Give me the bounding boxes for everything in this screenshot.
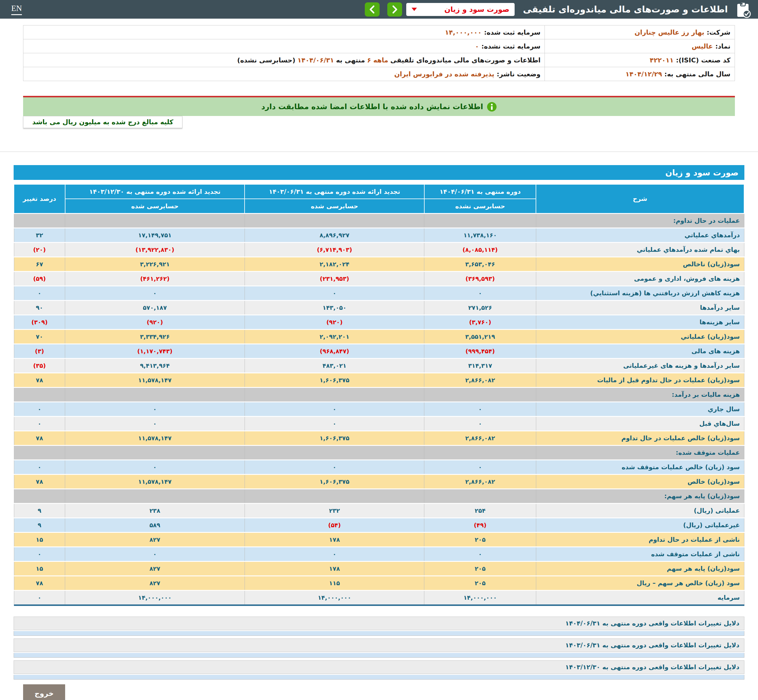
col-subheader-period2-audit: حسابرسی شده [244, 199, 424, 214]
section-label: عملیات متوقف شده: [536, 445, 744, 460]
statement-select[interactable]: صورت سود و زیان [406, 3, 515, 16]
change-percent-cell: ۰ [14, 417, 65, 431]
row-label: غیرعملیاتی (ریال) [536, 518, 744, 533]
value-cell: ۱۷۸ [244, 533, 424, 547]
row-label: درآمدهاي عملياتي [536, 228, 744, 242]
table-row: سال جاري۰۰۰۰ [14, 402, 744, 417]
change-percent-cell: ۷۸ [14, 475, 65, 489]
section-empty-cell [424, 388, 536, 402]
accordion-header[interactable]: دلایل تغییرات اطلاعات واقعی دوره منتهی ب… [14, 660, 744, 674]
value-cell: ۱۴,۰۰۰,۰۰۰ [424, 591, 536, 605]
row-label: سود(زیان) خالص [536, 475, 744, 489]
value-cell: ۰ [244, 402, 424, 417]
value-cell: ۲۰۵ [424, 576, 536, 591]
change-percent-cell: ۶۷ [14, 257, 65, 272]
value-cell: ۰ [244, 547, 424, 561]
row-label: سال جاري [536, 402, 744, 417]
section-empty-cell [65, 489, 245, 503]
value-cell: ۵۸۹ [65, 518, 245, 533]
table-row: عملیاتی (ریال)۲۵۴۲۳۲۲۳۸۹ [14, 503, 744, 518]
value-cell: ۲,۰۹۲,۲۰۱ [244, 330, 424, 344]
value-cell: ۲۳۲ [244, 503, 424, 518]
next-statement-button[interactable] [387, 2, 402, 17]
value-cell: ۰ [424, 417, 536, 431]
value-cell: ۲۰۵ [424, 561, 536, 576]
row-label: عملیاتی (ریال) [536, 503, 744, 518]
value-cell: ۱۱۵ [244, 576, 424, 591]
change-percent-cell: (۳۰۹) [14, 315, 65, 330]
value-cell: ۰ [244, 286, 424, 301]
divider [0, 151, 758, 152]
row-label: ناشی از عملیات در حال تداوم [536, 533, 744, 547]
section-empty-cell [424, 214, 536, 228]
section-empty-cell [244, 388, 424, 402]
company-cell-left: سرمایه ثبت نشده:۰ [23, 39, 545, 53]
section-empty-cell [244, 489, 424, 503]
company-cell-right: کد صنعت (ISIC):۴۲۲۰۱۱ [545, 53, 735, 67]
change-percent-cell: (۳) [14, 344, 65, 359]
table-row: ناشی از عملیات متوقف شده۰۰۰۰ [14, 547, 744, 561]
value-cell: ۲,۱۸۲,۰۲۴ [244, 257, 424, 272]
value-cell: ۰ [65, 286, 245, 301]
value-cell: ۲۷۱,۵۲۶ [424, 301, 536, 315]
section-empty-cell [14, 445, 65, 460]
row-label: سود (زیان) خالص هر سهم – ریال [536, 576, 744, 591]
accordion-group: دلایل تغییرات اطلاعات واقعی دوره منتهی ب… [14, 639, 744, 658]
row-label: سود(زیان) خالص عملیات در حال تداوم [536, 431, 744, 445]
value-cell: ۳۱۴,۳۱۷ [424, 359, 536, 373]
change-percent-cell: ۰ [14, 591, 65, 605]
accordion-group: دلایل تغییرات اطلاعات واقعی دوره منتهی ب… [14, 660, 744, 680]
change-percent-cell: ۷۸ [14, 576, 65, 591]
value-cell: ۲۵۴ [424, 503, 536, 518]
value-cell: ۲,۸۶۶,۰۸۲ [424, 475, 536, 489]
value-cell: ۱۴,۰۰۰,۰۰۰ [244, 591, 424, 605]
change-percent-cell: ۰ [14, 460, 65, 475]
row-label: سود(زيان) ناخالص [536, 257, 744, 272]
value-cell: ۰ [244, 417, 424, 431]
col-header-description: شرح [536, 184, 744, 214]
table-row: غیرعملیاتی (ریال)(۴۹)(۵۴)۵۸۹۹ [14, 518, 744, 533]
table-row: سود(زیان) خالص۲,۸۶۶,۰۸۲۱,۶۰۶,۳۷۵۱۱,۵۷۸,۱… [14, 475, 744, 489]
language-switch-link[interactable]: EN [11, 4, 22, 15]
col-subheader-period3-audit: حسابرسی شده [65, 199, 245, 214]
company-cell-left: اطلاعات و صورت‌های مالی میاندوره‌ای تلفی… [23, 53, 545, 67]
row-label: سود(زیان) عملیات در حال تداوم قبل از مال… [536, 373, 744, 388]
statement-table: شرح دوره منتهی به ۱۴۰۴/۰۶/۳۱ تجدید ارائه… [14, 184, 744, 606]
value-cell: ۸۲۷ [65, 533, 245, 547]
section-empty-cell [65, 214, 245, 228]
section-row: سود(زیان) پایه هر سهم: [14, 489, 744, 503]
value-cell: (۱۳,۹۲۲,۸۳۰) [65, 242, 245, 257]
top-bar: اطلاعات و صورت‌های مالی میاندوره‌ای تلفی… [0, 0, 758, 19]
value-cell: ۸۲۷ [65, 561, 245, 576]
value-cell: ۳,۵۵۱,۲۱۹ [424, 330, 536, 344]
change-percent-cell: (۳۵) [14, 359, 65, 373]
accordion-body [14, 675, 744, 680]
change-percent-cell: ۱۵ [14, 561, 65, 576]
company-row: نماد:عالیسسرمایه ثبت نشده:۰ [23, 39, 735, 53]
value-cell: ۳,۶۵۳,۰۴۶ [424, 257, 536, 272]
value-cell: (۶,۷۱۴,۹۰۳) [244, 242, 424, 257]
accordion-header[interactable]: دلایل تغییرات اطلاعات واقعی دوره منتهی ب… [14, 639, 744, 652]
value-cell: ۱۱,۵۷۸,۱۴۷ [65, 373, 245, 388]
signed-data-notice-text: اطلاعات نمایش داده شده با اطلاعات امضا ش… [261, 102, 483, 111]
table-row: سود(زیان) خالص عملیات در حال تداوم۲,۸۶۶,… [14, 431, 744, 445]
exit-button[interactable]: خروج [23, 684, 65, 700]
table-row: سود (زیان) خالص هر سهم – ریال۲۰۵۱۱۵۸۲۷۷۸ [14, 576, 744, 591]
change-percent-cell: (۲۰) [14, 242, 65, 257]
table-row: سود(زیان) عملیات در حال تداوم قبل از مال… [14, 373, 744, 388]
table-row: هزینه های فروش، اداری و عمومی(۳۶۹,۵۹۳)(۲… [14, 272, 744, 286]
change-percent-cell: ۰ [14, 402, 65, 417]
row-label: سایر درآمدها و هزینه های غیرعملیاتی [536, 359, 744, 373]
company-info-table: شرکت:بهار رز عالیس چنارانسرمایه ثبت شده:… [23, 25, 735, 81]
row-label: سایر هزینه‌ها [536, 315, 744, 330]
table-row: سود(زيان) ناخالص۳,۶۵۳,۰۴۶۲,۱۸۲,۰۲۴۳,۲۲۶,… [14, 257, 744, 272]
company-row: شرکت:بهار رز عالیس چنارانسرمایه ثبت شده:… [23, 25, 735, 39]
prev-statement-button[interactable] [365, 2, 380, 17]
value-cell: ۴۸۳,۰۲۱ [244, 359, 424, 373]
accordion-header[interactable]: دلایل تغییرات اطلاعات واقعی دوره منتهی ب… [14, 617, 744, 630]
page-title: اطلاعات و صورت‌های مالی میاندوره‌ای تلفی… [523, 4, 728, 14]
value-cell: ۰ [424, 460, 536, 475]
value-cell: ۱,۶۰۶,۳۷۵ [244, 475, 424, 489]
row-label: ناشی از عملیات متوقف شده [536, 547, 744, 561]
row-label: هزينه کاهش ارزش دريافتني ها (هزينه استثن… [536, 286, 744, 301]
